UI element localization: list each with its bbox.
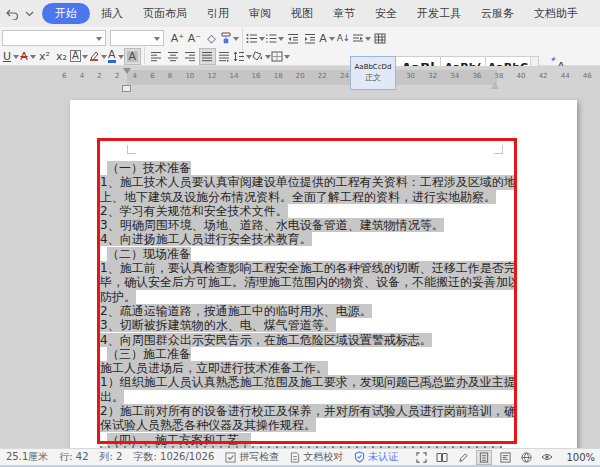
outline-view-button[interactable] bbox=[497, 450, 513, 465]
tab-home[interactable]: 开始 bbox=[42, 3, 90, 24]
tab-references[interactable]: 引用 bbox=[198, 3, 238, 24]
status-right: 100% bbox=[413, 450, 600, 465]
style-normal[interactable]: AaBbCcDd 正文 bbox=[350, 56, 396, 90]
line-spacing-icon bbox=[233, 51, 245, 62]
char-shading-button[interactable]: A bbox=[124, 48, 141, 65]
tab-security[interactable]: 安全 bbox=[366, 3, 406, 24]
tab-page-layout[interactable]: 页面布局 bbox=[134, 3, 196, 24]
tab-review[interactable]: 审阅 bbox=[240, 3, 280, 24]
spell-check-label: 拼写检查 bbox=[239, 450, 279, 464]
undo-icon[interactable] bbox=[6, 8, 19, 20]
clear-format-icon: ◇ bbox=[207, 33, 215, 44]
tab-doc-assistant[interactable]: 文档助手 bbox=[525, 3, 587, 24]
right-indent-marker[interactable] bbox=[491, 78, 499, 89]
web-view-button[interactable] bbox=[518, 450, 534, 465]
decrease-indent-icon bbox=[287, 33, 299, 44]
ribbon-separator bbox=[144, 47, 145, 64]
proofread-button[interactable]: 文档校对 bbox=[290, 450, 343, 464]
borders-button[interactable] bbox=[271, 48, 290, 65]
justify-button[interactable] bbox=[199, 48, 216, 65]
tab-section[interactable]: 章节 bbox=[324, 3, 364, 24]
numbered-list-button[interactable] bbox=[265, 30, 284, 47]
distribute-icon bbox=[218, 51, 230, 62]
asian-layout-button[interactable] bbox=[352, 30, 371, 47]
increase-font-button[interactable]: A⁺ bbox=[169, 30, 186, 47]
sort-button[interactable]: A↓ bbox=[335, 30, 352, 47]
font-size-combo[interactable] bbox=[110, 30, 164, 46]
strikethrough-button[interactable]: A bbox=[19, 48, 36, 65]
align-right-button[interactable] bbox=[182, 48, 199, 65]
superscript-button[interactable]: x² bbox=[36, 48, 53, 65]
font-color-button[interactable]: A bbox=[107, 48, 124, 65]
word-count[interactable]: 字数: 1026/1026 bbox=[133, 450, 214, 464]
shading-button[interactable] bbox=[252, 48, 271, 65]
customize-quick-access-icon[interactable] bbox=[25, 11, 34, 17]
borders-icon bbox=[271, 51, 283, 62]
align-right-icon bbox=[184, 51, 196, 62]
sparkle-icon: ✦ bbox=[549, 56, 556, 64]
highlight-button[interactable] bbox=[88, 48, 107, 65]
bullet-list-icon bbox=[246, 33, 258, 44]
distribute-button[interactable] bbox=[216, 48, 233, 65]
outline-view-icon bbox=[500, 452, 511, 463]
verify-status-button[interactable]: 未认证 bbox=[354, 450, 398, 464]
tab-view[interactable]: 视图 bbox=[282, 3, 322, 24]
spell-check-icon bbox=[225, 452, 236, 463]
format-painter-button[interactable] bbox=[220, 30, 239, 47]
line-indicator: 行: 42 bbox=[59, 450, 88, 464]
eye-icon bbox=[541, 452, 553, 462]
left-indent-marker[interactable] bbox=[122, 85, 131, 92]
bullet-list-button[interactable] bbox=[246, 30, 265, 47]
underline-button[interactable]: U bbox=[2, 48, 19, 65]
spell-check-button[interactable]: 拼写检查 bbox=[225, 450, 279, 464]
ruler-numbers: 6422468101214161820222426283032343638404… bbox=[62, 72, 592, 80]
tab-insert[interactable]: 插入 bbox=[92, 3, 132, 24]
font-name-combo[interactable] bbox=[2, 30, 106, 46]
read-mode-icon bbox=[436, 452, 448, 463]
fullscreen-button[interactable] bbox=[413, 450, 429, 465]
table-icon bbox=[374, 33, 386, 44]
insert-table-button[interactable] bbox=[371, 30, 388, 47]
read-mode-button[interactable] bbox=[434, 450, 450, 465]
char-border-button[interactable]: A bbox=[70, 48, 88, 65]
page-view-button[interactable] bbox=[476, 450, 492, 465]
page-view-icon bbox=[479, 452, 489, 463]
ribbon-row-font-top: A⁺ A⁻ ◇ A A↓ bbox=[2, 29, 388, 47]
zoom-level[interactable]: 100% bbox=[566, 452, 595, 463]
text-effect-button[interactable]: A bbox=[318, 30, 335, 47]
eye-protection-button[interactable] bbox=[539, 450, 555, 465]
page-size-indicator: 25.1厘米 bbox=[6, 450, 48, 464]
status-left: 25.1厘米 行: 42 列: 2 字数: 1026/1026 拼写检查 文档校… bbox=[0, 450, 413, 464]
first-line-indent-marker[interactable] bbox=[123, 68, 131, 78]
sort-icon: A↓ bbox=[337, 34, 351, 43]
status-bar: 25.1厘米 行: 42 列: 2 字数: 1026/1026 拼写检查 文档校… bbox=[0, 448, 600, 467]
decrease-indent-button[interactable] bbox=[284, 30, 301, 47]
document-workspace: （一）技术准备 1、施工技术人员要认真审阅建设单位提供的工程有关资料：工程涉及区… bbox=[0, 97, 600, 448]
line-spacing-button[interactable] bbox=[233, 48, 252, 65]
subscript-icon: x₂ bbox=[56, 51, 67, 62]
proofread-icon bbox=[290, 452, 300, 463]
ribbon-tab-bar: 开始 插入 页面布局 引用 审阅 视图 章节 安全 开发工具 云服务 文档助手 bbox=[0, 0, 600, 27]
strikethrough-icon: A bbox=[20, 51, 28, 62]
tab-cloud[interactable]: 云服务 bbox=[472, 3, 523, 24]
numbered-list-icon bbox=[265, 33, 277, 44]
write-mode-button[interactable] bbox=[455, 450, 471, 465]
decrease-font-button[interactable]: A⁻ bbox=[186, 30, 203, 47]
tab-developer[interactable]: 开发工具 bbox=[408, 3, 470, 24]
align-left-button[interactable] bbox=[148, 48, 165, 65]
clear-format-button[interactable]: ◇ bbox=[203, 30, 220, 47]
align-center-button[interactable] bbox=[165, 48, 182, 65]
justify-icon bbox=[201, 51, 213, 62]
char-border-icon: A bbox=[70, 50, 81, 62]
fullscreen-icon bbox=[416, 452, 427, 463]
ribbon-tabs: 开始 插入 页面布局 引用 审阅 视图 章节 安全 开发工具 云服务 文档助手 bbox=[42, 3, 587, 24]
subscript-button[interactable]: x₂ bbox=[53, 48, 70, 65]
increase-indent-button[interactable] bbox=[301, 30, 318, 47]
font-color-icon: A bbox=[108, 49, 116, 63]
red-annotation-box bbox=[97, 138, 517, 444]
ribbon-row-font-bottom: U A x² x₂ A A A bbox=[2, 47, 290, 65]
underline-icon: U bbox=[3, 51, 11, 62]
align-left-icon bbox=[150, 51, 162, 62]
style-preview: AaBbCcDd bbox=[355, 63, 392, 71]
styles-scroll-up-icon[interactable] bbox=[532, 59, 538, 65]
